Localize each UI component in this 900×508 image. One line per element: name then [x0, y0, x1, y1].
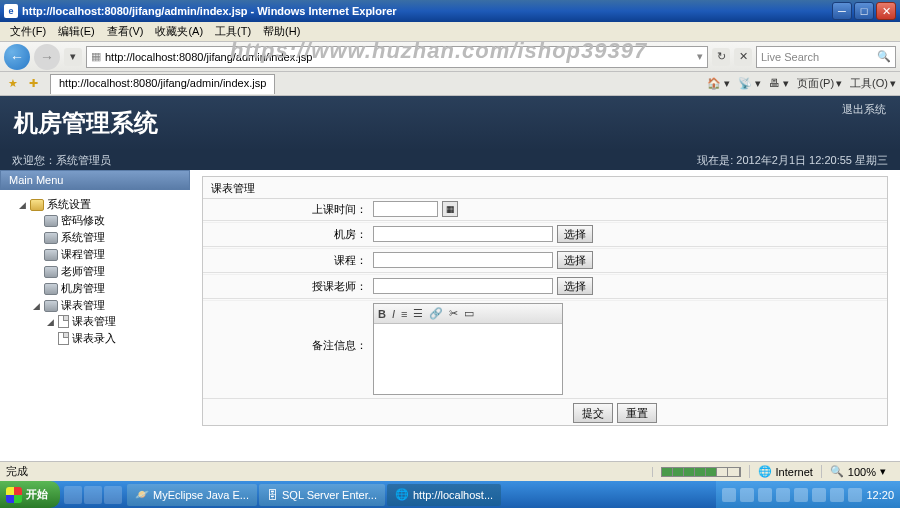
menu-tools[interactable]: 工具(T)	[209, 22, 257, 41]
address-input[interactable]	[105, 48, 697, 66]
tab-title: http://localhost:8080/jifang/admin/index…	[59, 77, 266, 89]
now-time: 2012年2月1日 12:20:55 星期三	[736, 154, 888, 166]
tree-root[interactable]: ◢ 系统设置	[18, 197, 186, 212]
row-teacher: 授课老师： 选择	[203, 274, 887, 297]
form-panel: 课表管理 上课时间： ▦ 机房： 选择 课程：	[202, 176, 888, 426]
input-time[interactable]	[373, 201, 438, 217]
tray-icon[interactable]	[848, 488, 862, 502]
calendar-icon[interactable]: ▦	[442, 201, 458, 217]
tree-item-course[interactable]: 课程管理	[32, 247, 186, 262]
minimize-button[interactable]: ─	[832, 2, 852, 20]
tools-menu[interactable]: 工具(O) ▾	[850, 76, 896, 91]
sidebar: Main Menu ◢ 系统设置 密码修改 系统管理 课程管理 老师管理 机房管…	[0, 170, 190, 508]
unlink-button[interactable]: ✂	[449, 307, 458, 320]
search-box[interactable]: Live Search 🔍	[756, 46, 896, 68]
menu-view[interactable]: 查看(V)	[101, 22, 150, 41]
link-button[interactable]: 🔗	[429, 307, 443, 320]
label-teacher: 授课老师：	[203, 279, 373, 294]
input-course[interactable]	[373, 252, 553, 268]
search-placeholder: Live Search	[761, 51, 819, 63]
reset-button[interactable]: 重置	[617, 403, 657, 423]
italic-button[interactable]: I	[392, 308, 395, 320]
page-menu[interactable]: 页面(P) ▾	[797, 76, 842, 91]
nav-dropdown[interactable]: ▾	[64, 48, 82, 66]
window-titlebar: e http://localhost:8080/jifang/admin/ind…	[0, 0, 900, 22]
tray-icon[interactable]	[794, 488, 808, 502]
main-panel: 课表管理 上课时间： ▦ 机房： 选择 课程：	[190, 170, 900, 508]
expand-icon[interactable]: ◢	[46, 317, 55, 326]
tree-item-teacher[interactable]: 老师管理	[32, 264, 186, 279]
feeds-button[interactable]: 📡 ▾	[738, 77, 761, 90]
refresh-button[interactable]: ↻	[712, 48, 730, 66]
editor-body[interactable]	[374, 324, 562, 394]
search-icon[interactable]: 🔍	[877, 50, 891, 63]
task-sqlserver[interactable]: 🗄 SQL Server Enter...	[259, 484, 385, 506]
app-header: 机房管理系统 退出系统	[0, 96, 900, 150]
window-title: http://localhost:8080/jifang/admin/index…	[22, 5, 832, 17]
tray-icon[interactable]	[812, 488, 826, 502]
ql-ie-icon[interactable]	[64, 486, 82, 504]
tree-item-pwd[interactable]: 密码修改	[32, 213, 186, 228]
ql-desktop-icon[interactable]	[84, 486, 102, 504]
collapse-icon[interactable]: ◢	[18, 200, 27, 209]
stop-button[interactable]: ✕	[734, 48, 752, 66]
menu-favorites[interactable]: 收藏夹(A)	[149, 22, 209, 41]
menu-help[interactable]: 帮助(H)	[257, 22, 306, 41]
add-favorite-icon[interactable]: ✚	[24, 75, 42, 93]
close-button[interactable]: ✕	[876, 2, 896, 20]
menubar: 文件(F) 编辑(E) 查看(V) 收藏夹(A) 工具(T) 帮助(H)	[0, 22, 900, 42]
menu-edit[interactable]: 编辑(E)	[52, 22, 101, 41]
tray-icon[interactable]	[758, 488, 772, 502]
collapse-icon[interactable]: ◢	[32, 301, 41, 310]
tree-item-sched-mgmt[interactable]: ◢课表管理	[46, 314, 186, 329]
ordered-list-button[interactable]: ≡	[401, 308, 407, 320]
tree-item-schedule[interactable]: ◢课表管理	[32, 298, 186, 313]
menu-file[interactable]: 文件(F)	[4, 22, 52, 41]
zone-indicator[interactable]: 🌐 Internet	[749, 465, 821, 478]
label-room: 机房：	[203, 227, 373, 242]
logout-link[interactable]: 退出系统	[842, 102, 886, 117]
label-remark: 备注信息：	[203, 303, 373, 353]
forward-button[interactable]: →	[34, 44, 60, 70]
bold-button[interactable]: B	[378, 308, 386, 320]
ql-media-icon[interactable]	[104, 486, 122, 504]
row-remark: 备注信息： B I ≡ ☰ 🔗 ✂ ▭	[203, 300, 887, 397]
input-teacher[interactable]	[373, 278, 553, 294]
navbar: ← → ▾ ▦ ▾ ↻ ✕ Live Search 🔍	[0, 42, 900, 72]
image-button[interactable]: ▭	[464, 307, 474, 320]
progress-indicator	[661, 467, 741, 477]
task-myeclipse[interactable]: 🪐 MyEclipse Java E...	[127, 484, 257, 506]
select-room-button[interactable]: 选择	[557, 225, 593, 243]
unordered-list-button[interactable]: ☰	[413, 307, 423, 320]
back-button[interactable]: ←	[4, 44, 30, 70]
label-time: 上课时间：	[203, 202, 373, 217]
select-course-button[interactable]: 选择	[557, 251, 593, 269]
tree-item-sys[interactable]: 系统管理	[32, 230, 186, 245]
submit-button[interactable]: 提交	[573, 403, 613, 423]
start-button[interactable]: 开始	[0, 481, 60, 508]
address-dropdown-icon[interactable]: ▾	[697, 50, 703, 63]
tray-icon[interactable]	[740, 488, 754, 502]
tree-item-sched-import[interactable]: 课表录入	[46, 331, 186, 346]
editor-toolbar: B I ≡ ☰ 🔗 ✂ ▭	[374, 304, 562, 324]
statusbar: 完成 🌐 Internet 🔍 100% ▾	[0, 461, 900, 481]
browser-tab[interactable]: http://localhost:8080/jifang/admin/index…	[50, 74, 275, 94]
favorites-star-icon[interactable]: ★	[4, 75, 22, 93]
input-room[interactable]	[373, 226, 553, 242]
task-ie[interactable]: 🌐 http://localhost...	[387, 484, 501, 506]
content: Main Menu ◢ 系统设置 密码修改 系统管理 课程管理 老师管理 机房管…	[0, 170, 900, 508]
tray-icon[interactable]	[776, 488, 790, 502]
select-teacher-button[interactable]: 选择	[557, 277, 593, 295]
tabbar: ★ ✚ http://localhost:8080/jifang/admin/i…	[0, 72, 900, 96]
home-button[interactable]: 🏠 ▾	[707, 77, 730, 90]
row-room: 机房： 选择	[203, 222, 887, 245]
maximize-button[interactable]: □	[854, 2, 874, 20]
tree-item-room[interactable]: 机房管理	[32, 281, 186, 296]
action-row: 提交 重置	[203, 403, 887, 423]
address-bar[interactable]: ▦ ▾	[86, 46, 708, 68]
tray-icon[interactable]	[830, 488, 844, 502]
print-button[interactable]: 🖶 ▾	[769, 77, 789, 90]
tray-icon[interactable]	[722, 488, 736, 502]
tray-clock[interactable]: 12:20	[866, 489, 894, 501]
zoom-indicator[interactable]: 🔍 100% ▾	[821, 465, 894, 478]
